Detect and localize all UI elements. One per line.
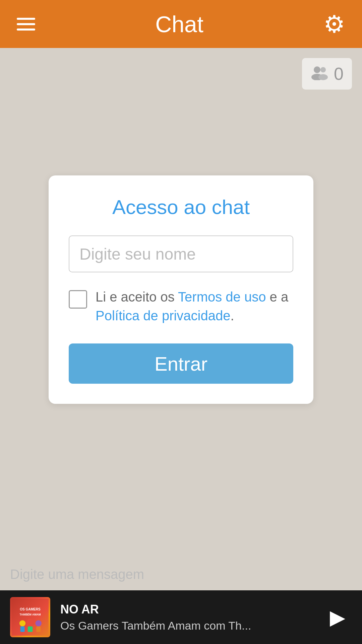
access-dialog: Acesso ao chat Li e aceito os Termos de … xyxy=(49,175,313,404)
svg-rect-13 xyxy=(36,627,41,632)
svg-rect-11 xyxy=(28,627,33,632)
chat-input-placeholder[interactable]: Digite uma mensagem xyxy=(10,567,144,582)
terms-row: Li e aceito os Termos de uso e a Polític… xyxy=(69,287,293,325)
now-playing-label: NO AR xyxy=(60,602,313,616)
terms-suffix-text: . xyxy=(230,308,234,323)
svg-text:TAMBÉM AMAM: TAMBÉM AMAM xyxy=(19,613,41,616)
privacy-policy-link[interactable]: Política de privacidade xyxy=(96,308,230,323)
enter-button[interactable]: Entrar xyxy=(69,343,293,384)
now-playing-info: NO AR Os Gamers Também Amam com Th... xyxy=(60,602,313,632)
header: Chat ⚙ xyxy=(0,0,362,48)
menu-button[interactable] xyxy=(17,18,35,31)
terms-of-use-link[interactable]: Termos de uso xyxy=(178,289,266,304)
chat-input-bar: Digite uma mensagem xyxy=(0,558,362,590)
terms-middle-text: e a xyxy=(266,289,288,304)
play-button[interactable]: ▶ xyxy=(323,602,352,632)
svg-point-10 xyxy=(26,619,34,627)
gear-icon[interactable]: ⚙ xyxy=(323,10,345,38)
terms-text: Li e aceito os Termos de uso e a Polític… xyxy=(96,287,293,325)
users-count-value: 0 xyxy=(334,64,344,84)
now-playing-title: Os Gamers Também Amam com Th... xyxy=(60,619,313,632)
users-counter: 0 xyxy=(302,58,352,90)
svg-point-0 xyxy=(314,66,320,73)
bottom-bar: OS GAMERS TAMBÉM AMAM NO AR Os Gamers Ta… xyxy=(0,590,362,644)
page-title: Chat xyxy=(155,11,203,37)
album-art-image: OS GAMERS TAMBÉM AMAM xyxy=(10,597,50,637)
terms-checkbox[interactable] xyxy=(69,290,87,309)
svg-text:OS GAMERS: OS GAMERS xyxy=(20,607,41,611)
dialog-title: Acesso ao chat xyxy=(69,196,293,219)
album-art: OS GAMERS TAMBÉM AMAM xyxy=(10,597,50,637)
svg-point-1 xyxy=(320,67,326,72)
svg-point-3 xyxy=(318,74,328,80)
users-group-icon xyxy=(310,63,329,85)
svg-rect-9 xyxy=(20,627,25,632)
terms-prefix-text: Li e aceito os xyxy=(96,289,178,304)
chat-main-area: 0 Acesso ao chat Li e aceito os Termos d… xyxy=(0,48,362,590)
svg-point-12 xyxy=(36,620,42,626)
name-input[interactable] xyxy=(69,235,293,272)
svg-point-8 xyxy=(19,620,25,626)
